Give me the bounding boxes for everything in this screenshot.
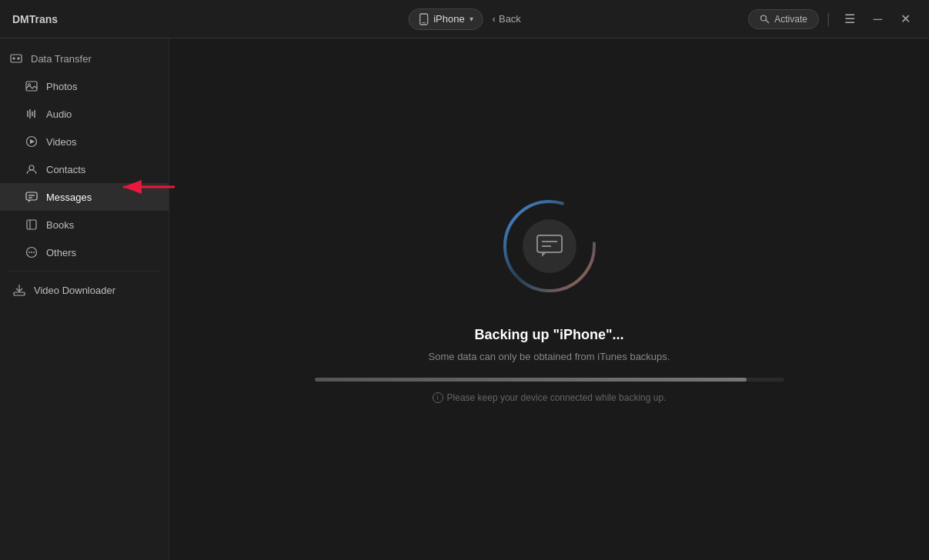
- messages-label: Messages: [46, 192, 92, 203]
- sidebar-item-data-transfer[interactable]: Data Transfer: [0, 45, 169, 72]
- books-icon: [25, 218, 38, 232]
- videos-icon: [25, 135, 38, 148]
- title-bar-right: Activate | ☰ ─ ✕: [748, 8, 917, 29]
- status-subtitle: Some data can only be obtained from iTun…: [429, 351, 670, 362]
- books-label: Books: [46, 219, 74, 231]
- svg-line-3: [766, 20, 770, 24]
- progress-bar-container: [315, 378, 784, 382]
- app-title: DMTrans: [12, 13, 58, 25]
- svg-rect-18: [26, 192, 37, 200]
- svg-point-24: [28, 252, 30, 253]
- phone-icon: [418, 13, 429, 25]
- close-button[interactable]: ✕: [894, 8, 917, 29]
- status-title: Backing up "iPhone"...: [474, 327, 623, 343]
- messages-icon: [25, 190, 38, 204]
- svg-rect-21: [27, 220, 36, 229]
- audio-icon: [25, 107, 38, 121]
- loader-container: [500, 196, 600, 296]
- svg-marker-16: [30, 139, 35, 144]
- photos-label: Photos: [46, 81, 77, 92]
- others-label: Others: [46, 247, 76, 258]
- device-label: iPhone: [433, 13, 464, 25]
- sidebar-item-photos[interactable]: Photos: [0, 72, 169, 100]
- activate-label: Activate: [774, 14, 807, 25]
- hint-text: Please keep your device connected while …: [447, 392, 667, 403]
- others-icon: [25, 245, 38, 259]
- sidebar-item-audio[interactable]: Audio: [0, 100, 169, 128]
- back-button[interactable]: ‹ Back: [493, 13, 521, 25]
- minimize-button[interactable]: ─: [867, 9, 888, 29]
- videos-label: Videos: [46, 136, 77, 148]
- svg-rect-27: [14, 292, 25, 295]
- sidebar: Data Transfer Photos: [0, 38, 169, 560]
- content-area: Backing up "iPhone"... Some data can onl…: [169, 38, 929, 560]
- menu-button[interactable]: ☰: [838, 8, 861, 29]
- sidebar-item-video-downloader[interactable]: Video Downloader: [0, 276, 169, 304]
- back-label: Back: [499, 13, 521, 25]
- svg-rect-9: [26, 82, 37, 91]
- chevron-down-icon: ▾: [470, 15, 473, 23]
- contacts-label: Contacts: [46, 164, 85, 175]
- info-icon: i: [433, 392, 443, 403]
- back-arrow-icon: ‹: [493, 13, 496, 25]
- sidebar-item-others[interactable]: Others: [0, 238, 169, 266]
- svg-point-17: [29, 165, 34, 170]
- svg-rect-1: [422, 22, 425, 23]
- title-bar: DMTrans iPhone ▾ ‹ Back Activate | ☰ ─ ✕: [0, 0, 929, 38]
- status-hint: i Please keep your device connected whil…: [433, 392, 667, 403]
- info-symbol: i: [437, 394, 439, 402]
- audio-label: Audio: [46, 108, 72, 120]
- sidebar-item-books[interactable]: Books: [0, 211, 169, 238]
- svg-rect-30: [537, 235, 562, 252]
- video-downloader-label: Video Downloader: [34, 285, 115, 296]
- photos-icon: [25, 79, 38, 93]
- data-transfer-icon: [9, 52, 23, 65]
- message-center-icon: [536, 234, 563, 258]
- sidebar-item-messages[interactable]: Messages: [0, 183, 169, 211]
- divider: |: [827, 11, 830, 27]
- device-button[interactable]: iPhone ▾: [408, 8, 483, 30]
- data-transfer-label: Data Transfer: [31, 53, 92, 65]
- main-layout: Data Transfer Photos: [0, 38, 929, 560]
- sidebar-item-contacts[interactable]: Contacts: [0, 155, 169, 183]
- activate-button[interactable]: Activate: [748, 9, 819, 29]
- svg-point-26: [33, 252, 35, 253]
- svg-point-25: [31, 252, 32, 253]
- device-selector: iPhone ▾ ‹ Back: [408, 8, 521, 30]
- loader-icon-bg: [523, 219, 576, 273]
- video-downloader-icon: [12, 283, 26, 297]
- sidebar-item-videos[interactable]: Videos: [0, 128, 169, 155]
- contacts-icon: [25, 162, 38, 176]
- sidebar-divider: [9, 271, 159, 272]
- key-icon: [760, 14, 770, 24]
- progress-bar-fill: [315, 378, 747, 382]
